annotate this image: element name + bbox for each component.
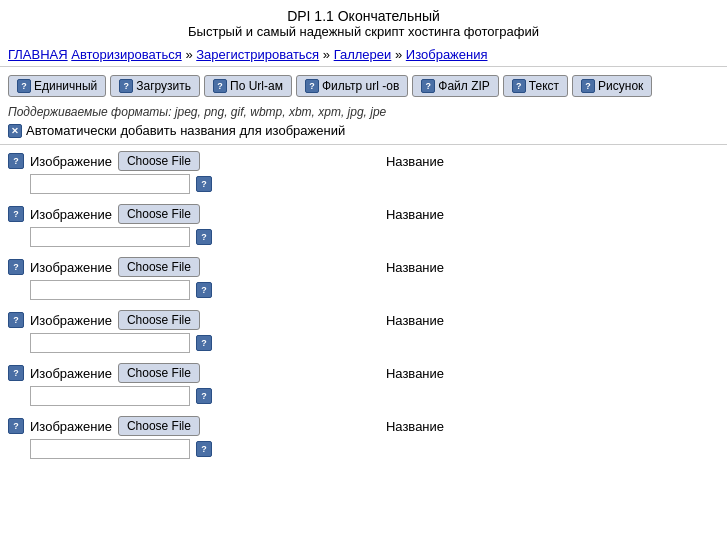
toolbar-byurl-button[interactable]: ? По Url-ам [204,75,292,97]
byurl-icon: ? [213,79,227,93]
row6-choose-file-button[interactable]: Choose File [118,416,200,436]
toolbar-byurl-label: По Url-ам [230,79,283,93]
row4-help-icon[interactable]: ? [196,335,212,351]
row5-choose-file-button[interactable]: Choose File [118,363,200,383]
row4-icon: ? [8,312,24,328]
row2-help-icon[interactable]: ? [196,229,212,245]
upload-icon: ? [119,79,133,93]
toolbar-text-label: Текст [529,79,559,93]
toolbar-picture-button[interactable]: ? Рисунок [572,75,652,97]
row1-name-label: Название [386,154,444,169]
row3-name-input[interactable] [30,280,190,300]
breadcrumb-gallery[interactable]: Галлереи [334,47,392,62]
auto-add-row: ✕ Автоматически добавить названия для из… [0,121,727,144]
row5-help-icon[interactable]: ? [196,388,212,404]
row4-image-label: Изображение [30,313,112,328]
row5-image-label: Изображение [30,366,112,381]
auto-add-icon: ✕ [8,124,22,138]
row2-name-input[interactable] [30,227,190,247]
toolbar-filter-label: Фильтр url -ов [322,79,399,93]
text-icon: ? [512,79,526,93]
page-subtitle: Быстрый и самый надежный скрипт хостинга… [0,24,727,39]
row3-image-label: Изображение [30,260,112,275]
row3-help-icon[interactable]: ? [196,282,212,298]
row1-icon: ? [8,153,24,169]
breadcrumb-home[interactable]: ГЛАВНАЯ [8,47,68,62]
toolbar-single-label: Единичный [34,79,97,93]
picture-icon: ? [581,79,595,93]
breadcrumb-register[interactable]: Зарегистрироваться [196,47,319,62]
breadcrumb-images[interactable]: Изображения [406,47,488,62]
row1-name-input[interactable] [30,174,190,194]
row2-choose-file-button[interactable]: Choose File [118,204,200,224]
toolbar-zip-button[interactable]: ? Файл ZIP [412,75,499,97]
row6-name-label: Название [386,419,444,434]
row6-icon: ? [8,418,24,434]
upload-row-1: ? Изображение Choose File Название ? [0,145,727,198]
row1-help-icon[interactable]: ? [196,176,212,192]
breadcrumb: ГЛАВНАЯ Авторизироваться » Зарегистриров… [0,43,727,66]
row5-icon: ? [8,365,24,381]
toolbar-single-button[interactable]: ? Единичный [8,75,106,97]
row3-name-label: Название [386,260,444,275]
row2-name-label: Название [386,207,444,222]
auto-add-label: Автоматически добавить названия для изоб… [26,123,345,138]
row6-image-label: Изображение [30,419,112,434]
toolbar-filter-button[interactable]: ? Фильтр url -ов [296,75,408,97]
upload-rows: ? Изображение Choose File Название ? ? И… [0,145,727,463]
row2-icon: ? [8,206,24,222]
row4-name-input[interactable] [30,333,190,353]
formats-text: Поддерживаемые форматы: jpeg, png, gif, … [0,101,727,121]
toolbar: ? Единичный ? Загрузить ? По Url-ам ? Фи… [0,67,727,101]
row5-name-label: Название [386,366,444,381]
toolbar-text-button[interactable]: ? Текст [503,75,568,97]
row4-name-label: Название [386,313,444,328]
zip-icon: ? [421,79,435,93]
row6-name-input[interactable] [30,439,190,459]
upload-row-2: ? Изображение Choose File Название ? [0,198,727,251]
upload-row-4: ? Изображение Choose File Название ? [0,304,727,357]
toolbar-zip-label: Файл ZIP [438,79,490,93]
toolbar-picture-label: Рисунок [598,79,643,93]
row2-image-label: Изображение [30,207,112,222]
upload-row-6: ? Изображение Choose File Название ? [0,410,727,463]
upload-row-3: ? Изображение Choose File Название ? [0,251,727,304]
toolbar-upload-button[interactable]: ? Загрузить [110,75,200,97]
row5-name-input[interactable] [30,386,190,406]
row6-help-icon[interactable]: ? [196,441,212,457]
row3-choose-file-button[interactable]: Choose File [118,257,200,277]
single-icon: ? [17,79,31,93]
row4-choose-file-button[interactable]: Choose File [118,310,200,330]
filter-icon: ? [305,79,319,93]
breadcrumb-login[interactable]: Авторизироваться [71,47,181,62]
row1-choose-file-button[interactable]: Choose File [118,151,200,171]
page-title: DPI 1.1 Окончательный [0,8,727,24]
header: DPI 1.1 Окончательный Быстрый и самый на… [0,0,727,43]
row1-image-label: Изображение [30,154,112,169]
toolbar-upload-label: Загрузить [136,79,191,93]
row3-icon: ? [8,259,24,275]
upload-row-5: ? Изображение Choose File Название ? [0,357,727,410]
